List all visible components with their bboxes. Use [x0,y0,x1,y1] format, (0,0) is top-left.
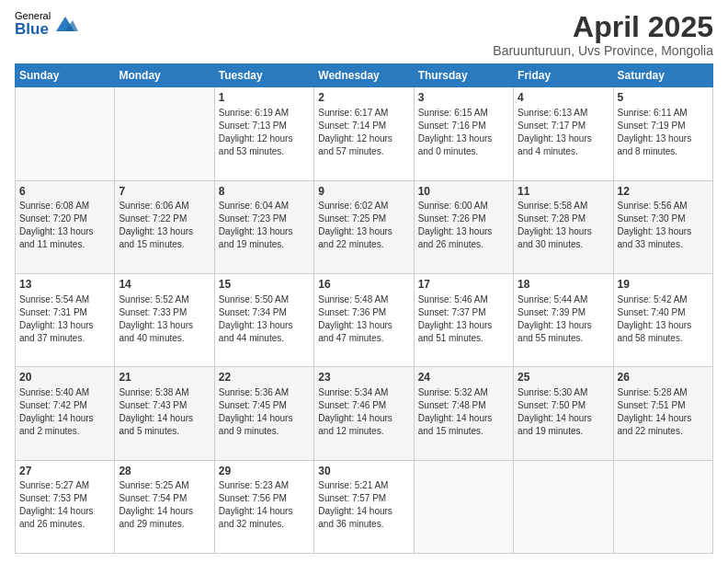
sunset-text: Sunset: 7:57 PM [318,493,386,503]
table-cell [514,460,613,553]
sunrise-text: Sunrise: 5:21 AM [318,480,388,490]
table-cell: 7Sunrise: 6:06 AMSunset: 7:22 PMDaylight… [115,180,214,273]
subtitle: Baruunturuun, Uvs Province, Mongolia [493,43,713,58]
table-cell: 1Sunrise: 6:19 AMSunset: 7:13 PMDaylight… [214,87,313,180]
daylight-text: Daylight: 14 hours and 12 minutes. [318,413,392,436]
day-number: 18 [518,277,609,293]
month-title: April 2025 [493,11,713,43]
table-cell: 28Sunrise: 5:25 AMSunset: 7:54 PMDayligh… [115,460,214,553]
sunset-text: Sunset: 7:48 PM [418,400,486,410]
table-cell: 21Sunrise: 5:38 AMSunset: 7:43 PMDayligh… [115,367,214,460]
sunset-text: Sunset: 7:28 PM [518,213,586,224]
table-cell: 19Sunrise: 5:42 AMSunset: 7:40 PMDayligh… [613,273,712,366]
sunrise-text: Sunrise: 6:02 AM [318,201,388,211]
table-cell: 16Sunrise: 5:48 AMSunset: 7:36 PMDayligh… [314,273,414,366]
day-number: 21 [119,370,210,385]
day-number: 5 [618,90,709,106]
daylight-text: Daylight: 13 hours and 55 minutes. [518,320,592,343]
sunrise-text: Sunrise: 6:08 AM [19,201,89,211]
day-number: 28 [119,464,210,479]
header-friday: Friday [514,64,613,87]
day-number: 26 [618,370,709,385]
daylight-text: Daylight: 14 hours and 9 minutes. [219,413,293,436]
logo-blue: Blue [15,21,51,37]
header-sunday: Sunday [16,64,115,87]
table-cell: 20Sunrise: 5:40 AMSunset: 7:42 PMDayligh… [16,367,115,460]
sunset-text: Sunset: 7:36 PM [318,307,386,317]
day-number: 27 [19,464,110,479]
sunset-text: Sunset: 7:13 PM [219,121,287,131]
daylight-text: Daylight: 13 hours and 26 minutes. [418,226,493,249]
daylight-text: Daylight: 13 hours and 37 minutes. [19,320,94,343]
table-cell [16,87,115,180]
daylight-text: Daylight: 13 hours and 8 minutes. [618,133,692,156]
table-cell [414,460,513,553]
daylight-text: Daylight: 13 hours and 11 minutes. [19,226,94,249]
table-cell: 6Sunrise: 6:08 AMSunset: 7:20 PMDaylight… [16,180,115,273]
sunset-text: Sunset: 7:22 PM [119,213,187,224]
sunset-text: Sunset: 7:17 PM [518,121,586,131]
day-number: 7 [119,184,210,200]
sunrise-text: Sunrise: 5:36 AM [219,387,289,397]
calendar-row: 6Sunrise: 6:08 AMSunset: 7:20 PMDaylight… [16,180,713,273]
sunrise-text: Sunrise: 5:32 AM [418,387,488,397]
logo-icon [52,11,78,37]
table-cell: 18Sunrise: 5:44 AMSunset: 7:39 PMDayligh… [514,273,613,366]
daylight-text: Daylight: 12 hours and 57 minutes. [318,133,392,156]
table-cell: 2Sunrise: 6:17 AMSunset: 7:14 PMDaylight… [314,87,414,180]
calendar-row: 27Sunrise: 5:27 AMSunset: 7:53 PMDayligh… [16,460,713,553]
daylight-text: Daylight: 12 hours and 53 minutes. [219,133,293,156]
daylight-text: Daylight: 13 hours and 40 minutes. [119,320,193,343]
header-tuesday: Tuesday [214,64,313,87]
day-number: 8 [219,184,310,200]
table-cell: 8Sunrise: 6:04 AMSunset: 7:23 PMDaylight… [214,180,313,273]
daylight-text: Daylight: 14 hours and 19 minutes. [518,413,592,436]
sunrise-text: Sunrise: 5:23 AM [219,480,289,490]
daylight-text: Daylight: 13 hours and 47 minutes. [318,320,392,343]
table-cell: 4Sunrise: 6:13 AMSunset: 7:17 PMDaylight… [514,87,613,180]
day-number: 4 [518,90,609,106]
sunset-text: Sunset: 7:56 PM [219,493,287,503]
day-number: 23 [318,370,409,385]
sunrise-text: Sunrise: 5:27 AM [19,480,89,490]
table-cell: 25Sunrise: 5:30 AMSunset: 7:50 PMDayligh… [514,367,613,460]
table-cell: 5Sunrise: 6:11 AMSunset: 7:19 PMDaylight… [613,87,712,180]
table-cell: 13Sunrise: 5:54 AMSunset: 7:31 PMDayligh… [16,273,115,366]
sunset-text: Sunset: 7:26 PM [418,213,486,224]
sunset-text: Sunset: 7:33 PM [119,307,187,317]
sunset-text: Sunset: 7:51 PM [618,400,686,410]
table-cell [115,87,214,180]
sunset-text: Sunset: 7:34 PM [219,307,287,317]
day-number: 30 [318,464,409,479]
sunset-text: Sunset: 7:20 PM [19,213,87,224]
sunrise-text: Sunrise: 5:38 AM [119,387,188,397]
sunrise-text: Sunrise: 5:34 AM [318,387,388,397]
daylight-text: Daylight: 13 hours and 33 minutes. [618,226,692,249]
sunrise-text: Sunrise: 6:19 AM [219,108,289,118]
header: General Blue April 2025 Baruunturuun, Uv… [15,11,713,58]
table-cell: 27Sunrise: 5:27 AMSunset: 7:53 PMDayligh… [16,460,115,553]
sunrise-text: Sunrise: 5:54 AM [19,294,89,304]
header-monday: Monday [115,64,214,87]
table-cell: 14Sunrise: 5:52 AMSunset: 7:33 PMDayligh… [115,273,214,366]
day-number: 22 [219,370,310,385]
table-cell: 29Sunrise: 5:23 AMSunset: 7:56 PMDayligh… [214,460,313,553]
daylight-text: Daylight: 14 hours and 36 minutes. [318,506,392,529]
page: General Blue April 2025 Baruunturuun, Uv… [0,0,728,563]
calendar-table: Sunday Monday Tuesday Wednesday Thursday… [15,63,713,554]
table-cell: 23Sunrise: 5:34 AMSunset: 7:46 PMDayligh… [314,367,414,460]
sunrise-text: Sunrise: 6:17 AM [318,108,388,118]
sunrise-text: Sunrise: 5:56 AM [618,201,688,211]
daylight-text: Daylight: 13 hours and 22 minutes. [318,226,392,249]
day-number: 13 [19,277,110,293]
table-cell: 10Sunrise: 6:00 AMSunset: 7:26 PMDayligh… [414,180,513,273]
day-number: 29 [219,464,310,479]
table-cell: 11Sunrise: 5:58 AMSunset: 7:28 PMDayligh… [514,180,613,273]
sunrise-text: Sunrise: 6:06 AM [119,201,188,211]
day-number: 20 [19,370,110,385]
day-number: 17 [418,277,509,293]
daylight-text: Daylight: 13 hours and 15 minutes. [119,226,193,249]
logo-text: General Blue [15,11,51,37]
sunset-text: Sunset: 7:30 PM [618,213,686,224]
weekday-header-row: Sunday Monday Tuesday Wednesday Thursday… [16,64,713,87]
